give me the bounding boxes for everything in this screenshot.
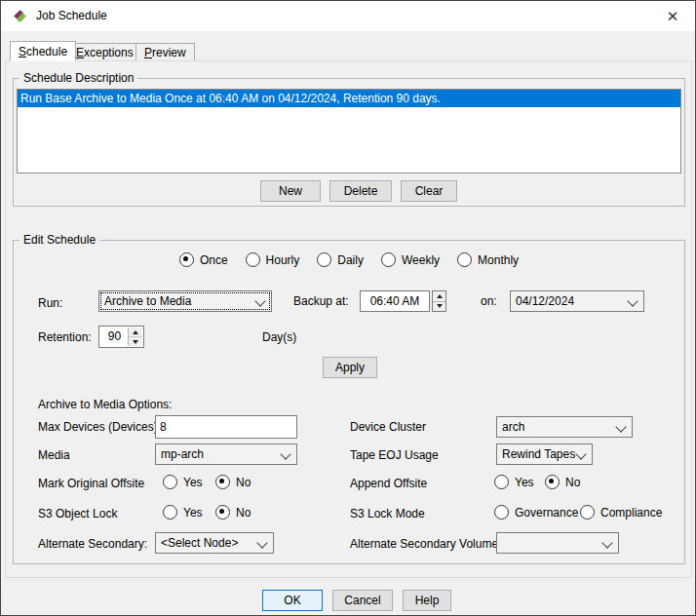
radio-monthly[interactable]: Monthly bbox=[457, 252, 519, 267]
radio-icon bbox=[545, 475, 560, 489]
job-schedule-dialog: Job Schedule ✕ Schedule Exceptions Previ… bbox=[0, 0, 696, 616]
retention-field[interactable]: 90 bbox=[98, 326, 144, 348]
radio-hourly-icon bbox=[246, 252, 260, 267]
backup-time-spinner[interactable] bbox=[432, 290, 446, 312]
tape-eoj-usage-label: Tape EOJ Usage bbox=[350, 448, 439, 462]
max-devices-label: Max Devices (Devices) bbox=[38, 420, 158, 434]
chevron-down-icon bbox=[601, 537, 612, 548]
retention-unit-label: Day(s) bbox=[262, 330, 296, 344]
append-offsite-yes-radio[interactable]: Yes bbox=[494, 475, 534, 489]
alternate-secondary-volume-dropdown[interactable] bbox=[496, 532, 619, 554]
radio-daily[interactable]: Daily bbox=[317, 252, 364, 267]
yes-label: Yes bbox=[515, 476, 534, 489]
backup-at-label: Backup at: bbox=[293, 294, 349, 308]
radio-icon bbox=[494, 505, 509, 520]
new-button-label: New bbox=[279, 184, 302, 198]
radio-hourly-label: Hourly bbox=[266, 253, 300, 267]
cancel-button-label: Cancel bbox=[344, 594, 380, 607]
tab-preview[interactable]: Preview bbox=[135, 43, 195, 61]
spin-down-icon[interactable] bbox=[129, 337, 142, 346]
window-title: Job Schedule bbox=[36, 1, 107, 31]
schedule-description-group-label: Schedule Description bbox=[19, 71, 137, 85]
s3-lock-mode-compliance-radio[interactable]: Compliance bbox=[580, 505, 662, 520]
retention-label: Retention: bbox=[38, 330, 92, 344]
radio-monthly-icon bbox=[457, 252, 472, 267]
clear-button[interactable]: Clear bbox=[401, 180, 457, 202]
help-button[interactable]: Help bbox=[403, 590, 451, 611]
radio-icon bbox=[163, 475, 177, 489]
no-label: No bbox=[236, 476, 251, 489]
archive-options-heading: Archive to Media Options: bbox=[38, 398, 172, 411]
radio-once[interactable]: Once bbox=[179, 252, 228, 267]
radio-daily-label: Daily bbox=[337, 253, 364, 267]
mark-original-offsite-no-radio[interactable]: No bbox=[215, 475, 251, 489]
media-label: Media bbox=[38, 448, 70, 462]
media-dropdown[interactable]: mp-arch bbox=[155, 443, 297, 465]
max-devices-input[interactable]: 8 bbox=[155, 415, 297, 439]
app-logo-icon bbox=[12, 8, 28, 24]
radio-once-icon bbox=[179, 252, 194, 267]
no-label: No bbox=[565, 476, 580, 489]
delete-button[interactable]: Delete bbox=[329, 180, 392, 202]
chevron-down-icon bbox=[254, 295, 265, 306]
device-cluster-label: Device Cluster bbox=[350, 420, 426, 434]
radio-hourly[interactable]: Hourly bbox=[246, 252, 300, 267]
spin-down-icon[interactable] bbox=[433, 302, 445, 312]
mark-original-offsite-yes-radio[interactable]: Yes bbox=[163, 475, 203, 489]
alternate-secondary-value: <Select Node> bbox=[161, 536, 238, 550]
no-label: No bbox=[236, 506, 251, 520]
frequency-radio-group: Once Hourly Daily Weekly Monthly bbox=[13, 252, 685, 267]
tab-exceptions[interactable]: Exceptions bbox=[67, 43, 142, 61]
radio-weekly-icon bbox=[381, 252, 396, 267]
run-dropdown[interactable]: Archive to Media bbox=[98, 290, 272, 312]
retention-value: 90 bbox=[108, 329, 121, 343]
edit-schedule-group-label: Edit Schedule bbox=[19, 233, 99, 247]
tab-schedule[interactable]: Schedule bbox=[10, 41, 76, 61]
device-cluster-dropdown[interactable]: arch bbox=[496, 416, 633, 438]
spin-up-icon[interactable] bbox=[129, 327, 142, 337]
schedule-list-item[interactable]: Run Base Archive to Media Once at 06:40 … bbox=[18, 90, 680, 107]
chevron-down-icon bbox=[256, 537, 267, 548]
alternate-secondary-volume-label: Alternate Secondary Volume: bbox=[350, 537, 501, 551]
radio-monthly-label: Monthly bbox=[478, 253, 519, 267]
apply-button[interactable]: Apply bbox=[323, 357, 377, 378]
help-button-label: Help bbox=[415, 594, 440, 607]
retention-spinner[interactable] bbox=[128, 327, 142, 346]
media-value: mp-arch bbox=[161, 447, 204, 461]
schedule-description-list[interactable]: Run Base Archive to Media Once at 06:40 … bbox=[17, 89, 681, 173]
title-bar: Job Schedule ✕ bbox=[1, 1, 695, 31]
backup-time-value: 06:40 AM bbox=[370, 294, 420, 308]
alternate-secondary-dropdown[interactable]: <Select Node> bbox=[155, 532, 274, 554]
radio-icon bbox=[494, 475, 509, 489]
append-offsite-no-radio[interactable]: No bbox=[545, 475, 580, 489]
tape-eoj-usage-value: Rewind Tapes bbox=[502, 447, 575, 461]
backup-time-field[interactable]: 06:40 AM bbox=[360, 290, 430, 312]
backup-date-dropdown[interactable]: 04/12/2024 bbox=[510, 290, 644, 312]
mark-original-offsite-label: Mark Original Offsite bbox=[38, 477, 144, 490]
tab-schedule-label: Schedule bbox=[19, 45, 67, 58]
s3-object-lock-yes-radio[interactable]: Yes bbox=[163, 505, 203, 520]
ok-button[interactable]: OK bbox=[262, 590, 323, 611]
run-dropdown-value: Archive to Media bbox=[104, 294, 191, 308]
cancel-button[interactable]: Cancel bbox=[332, 590, 393, 611]
max-devices-value: 8 bbox=[160, 420, 167, 434]
device-cluster-value: arch bbox=[502, 420, 524, 434]
schedule-list-item-text: Run Base Archive to Media Once at 06:40 … bbox=[20, 92, 441, 105]
tape-eoj-usage-dropdown[interactable]: Rewind Tapes bbox=[496, 443, 593, 465]
yes-label: Yes bbox=[183, 476, 203, 489]
radio-icon bbox=[163, 505, 177, 520]
radio-weekly[interactable]: Weekly bbox=[381, 252, 440, 267]
ok-button-label: OK bbox=[284, 594, 300, 607]
chevron-down-icon bbox=[627, 295, 638, 306]
chevron-down-icon bbox=[280, 448, 290, 459]
new-button[interactable]: New bbox=[260, 180, 321, 202]
s3-lock-mode-governance-radio[interactable]: Governance bbox=[494, 505, 578, 520]
radio-icon bbox=[580, 505, 595, 520]
governance-label: Governance bbox=[515, 506, 578, 520]
s3-object-lock-no-radio[interactable]: No bbox=[215, 505, 251, 520]
spin-up-icon[interactable] bbox=[433, 291, 445, 302]
chevron-down-icon bbox=[575, 448, 586, 459]
compliance-label: Compliance bbox=[600, 506, 662, 520]
close-button[interactable]: ✕ bbox=[650, 1, 695, 31]
radio-icon bbox=[215, 505, 230, 520]
